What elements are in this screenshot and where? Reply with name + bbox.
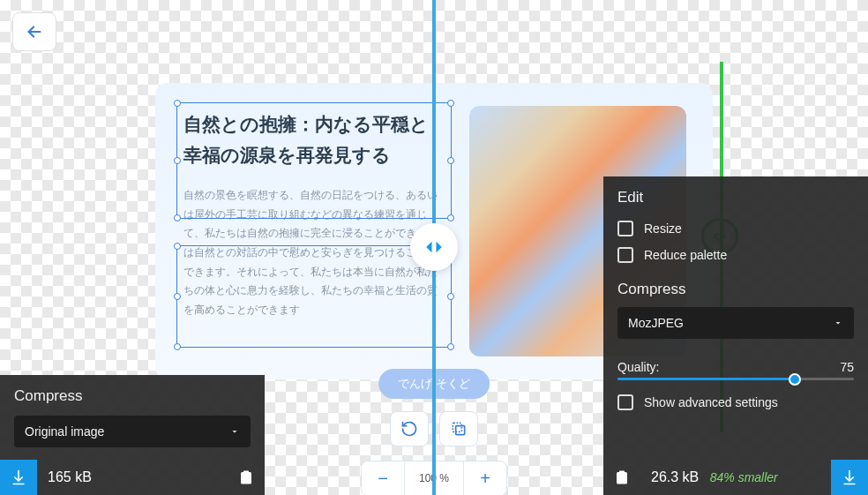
- quality-row: Quality: 75: [603, 351, 868, 378]
- slider-fill: [617, 378, 795, 380]
- resize-handle[interactable]: [174, 243, 181, 250]
- chevron-down-icon: [833, 318, 843, 328]
- right-download-row: 26.3 kB 84% smaller: [603, 460, 868, 495]
- resize-handle[interactable]: [174, 293, 181, 300]
- right-panel: Edit Resize Reduce palette Compress MozJ…: [603, 176, 868, 495]
- copy-compressed-button[interactable]: [603, 460, 640, 495]
- quality-value: 75: [840, 360, 854, 374]
- resize-handle[interactable]: [447, 293, 454, 300]
- codec-select[interactable]: MozJPEG: [617, 307, 854, 339]
- clipboard-icon: [238, 469, 254, 485]
- checkbox-icon: [617, 221, 633, 236]
- left-download-row: 165 kB: [0, 460, 265, 495]
- advanced-toggle[interactable]: Show advanced settings: [603, 389, 868, 416]
- svg-rect-4: [619, 471, 625, 474]
- clipboard-icon: [614, 469, 630, 485]
- advanced-label: Show advanced settings: [644, 395, 778, 409]
- download-icon: [841, 469, 858, 486]
- resize-handle[interactable]: [174, 343, 181, 350]
- text-column: 自然との抱擁：内なる平穏と幸福の源泉を再発見する 自然の景色を瞑想する、自然の日…: [182, 106, 446, 356]
- back-button[interactable]: [12, 12, 56, 51]
- reduce-palette-label: Reduce palette: [644, 248, 727, 262]
- zoom-out-button[interactable]: −: [362, 461, 404, 495]
- compressed-filesize: 26.3 kB 84% smaller: [640, 469, 831, 485]
- compare-arrows-icon: [421, 234, 447, 260]
- headline-selection[interactable]: [176, 102, 452, 219]
- codec-select-label: MozJPEG: [628, 316, 684, 330]
- download-original-button[interactable]: [0, 460, 37, 495]
- resize-handle[interactable]: [447, 214, 454, 221]
- resize-handle[interactable]: [447, 157, 454, 164]
- body-selection[interactable]: [176, 245, 452, 348]
- resize-handle[interactable]: [174, 157, 181, 164]
- rotate-button[interactable]: [390, 411, 429, 446]
- checkbox-icon: [617, 247, 633, 263]
- copy-original-button[interactable]: [228, 460, 265, 495]
- transparency-icon: [450, 420, 468, 438]
- zoom-in-button[interactable]: +: [464, 461, 506, 495]
- rotate-icon: [400, 420, 418, 438]
- left-panel-title: Compress: [0, 375, 265, 416]
- reduce-palette-toggle[interactable]: Reduce palette: [603, 242, 868, 268]
- resize-handle[interactable]: [174, 214, 181, 221]
- edit-title: Edit: [603, 176, 868, 215]
- svg-rect-1: [456, 426, 465, 435]
- chevron-down-icon: [229, 426, 240, 437]
- slider-thumb[interactable]: [789, 373, 801, 386]
- resize-label: Resize: [644, 221, 682, 236]
- background-toggle-button[interactable]: [439, 411, 478, 446]
- checkbox-icon: [617, 394, 633, 410]
- resize-handle[interactable]: [174, 100, 181, 107]
- compare-handle[interactable]: [410, 223, 458, 271]
- quality-label: Quality:: [617, 360, 659, 374]
- svg-rect-2: [453, 423, 461, 431]
- download-compressed-button[interactable]: [831, 460, 868, 495]
- source-select[interactable]: Original image: [14, 416, 251, 447]
- original-filesize: 165 kB: [37, 469, 228, 485]
- download-icon: [10, 469, 27, 486]
- compress-title: Compress: [603, 268, 868, 307]
- resize-handle[interactable]: [447, 343, 454, 350]
- svg-rect-3: [243, 471, 249, 474]
- source-select-label: Original image: [25, 424, 104, 439]
- savings-label: 84% smaller: [710, 470, 778, 484]
- resize-toggle[interactable]: Resize: [603, 215, 868, 242]
- quality-slider[interactable]: [617, 378, 854, 380]
- arrow-left-icon: [25, 22, 44, 41]
- resize-handle[interactable]: [447, 100, 454, 107]
- left-panel: Compress Original image 165 kB: [0, 375, 265, 495]
